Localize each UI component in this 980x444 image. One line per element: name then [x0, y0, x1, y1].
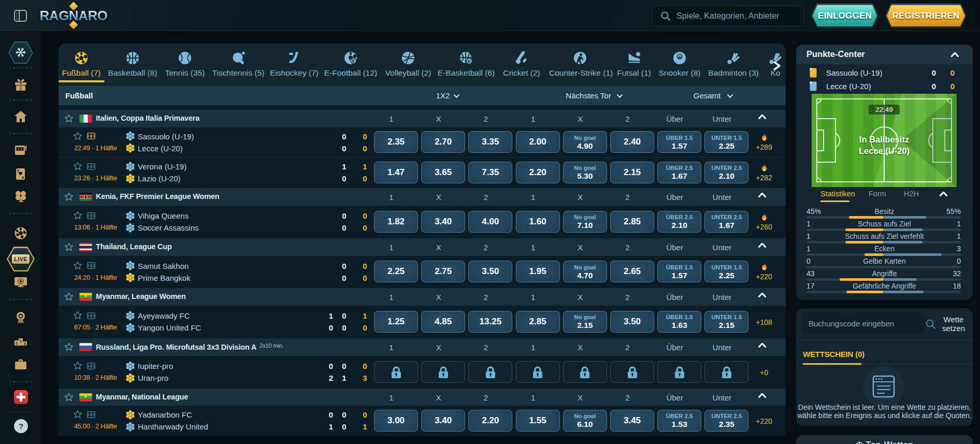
- svg-text:E: E: [352, 59, 355, 64]
- svg-text:3: 3: [24, 342, 26, 346]
- svg-text:2: 2: [16, 341, 18, 345]
- svg-text:8: 8: [679, 54, 681, 59]
- svg-text:1: 1: [20, 339, 22, 343]
- svg-text:E: E: [468, 59, 471, 64]
